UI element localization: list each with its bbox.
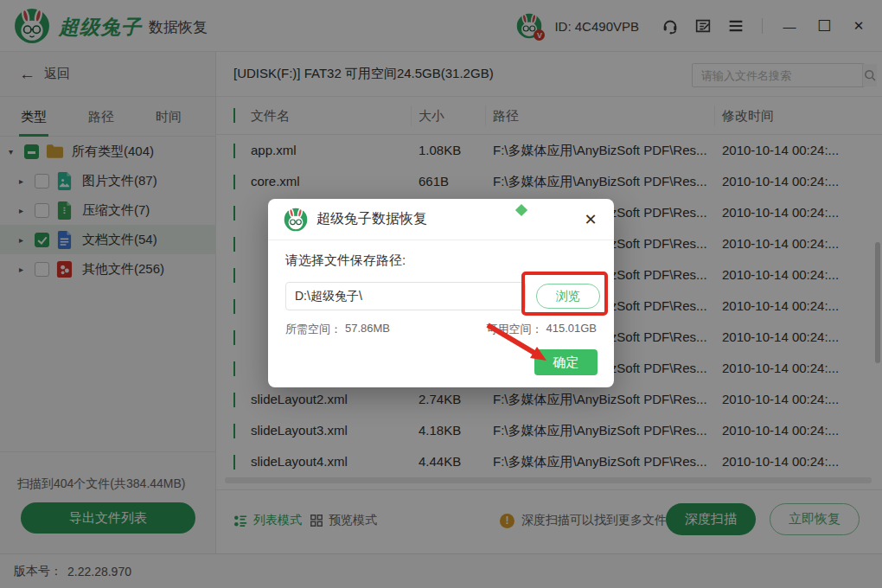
available-space-label: 可用空间： xyxy=(486,322,542,337)
required-space-value: 57.86MB xyxy=(345,322,390,337)
dialog-close-button[interactable]: ✕ xyxy=(581,210,600,229)
confirm-button[interactable]: 确定 xyxy=(534,349,598,375)
required-space-label: 所需空间： xyxy=(285,322,342,337)
dialog-header: 超级兔子数据恢复 ✕ xyxy=(268,199,614,240)
save-path-input[interactable] xyxy=(285,282,526,310)
save-path-dialog: 超级兔子数据恢复 ✕ 请选择文件保存路径: 浏览 所需空间： 57.86MB 可… xyxy=(268,199,614,387)
dialog-title: 超级兔子数据恢复 xyxy=(316,210,427,228)
diamond-decoration-icon xyxy=(515,204,527,216)
app-window: 超级兔子 数据恢复 V ID: 4C490VPB xyxy=(0,0,882,588)
browse-button[interactable]: 浏览 xyxy=(536,284,600,309)
available-space-value: 415.01GB xyxy=(546,322,597,337)
save-path-prompt: 请选择文件保存路径: xyxy=(285,252,406,269)
dialog-rabbit-logo-icon xyxy=(284,208,308,232)
space-info-row: 所需空间： 57.86MB 可用空间： 415.01GB xyxy=(285,322,597,337)
